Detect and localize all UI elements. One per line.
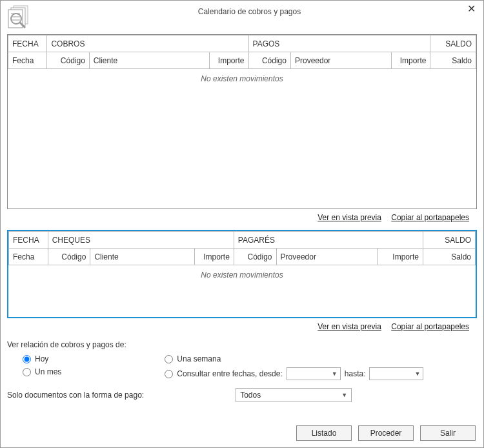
ver-vista-previa-link2[interactable]: Ver en vista previa — [318, 322, 381, 331]
salir-button[interactable]: Salir — [420, 425, 476, 441]
empty-message: No existen movimientos — [8, 69, 476, 88]
col-group-pagares: PAGARÉS — [234, 232, 423, 249]
col-fecha[interactable]: Fecha — [8, 52, 47, 69]
radio-entre-fechas-label[interactable]: Consultar entre fechas, desde: — [177, 369, 282, 378]
listado-button[interactable]: Listado — [296, 425, 352, 441]
col-saldo2[interactable]: Saldo — [423, 249, 476, 265]
col-proveedor[interactable]: Proveedor — [290, 52, 391, 69]
col-saldo[interactable]: Saldo — [430, 52, 476, 69]
col-cliente[interactable]: Cliente — [89, 52, 209, 69]
col-importe-pagares[interactable]: Importe — [378, 249, 423, 265]
col-group-fecha: FECHA — [8, 36, 47, 52]
radio-entre-fechas[interactable] — [165, 370, 173, 378]
cobros-pagos-table: FECHA COBROS PAGOS SALDO Fecha Código Cl… — [7, 34, 477, 209]
col-codigo-cheques[interactable]: Código — [48, 249, 90, 265]
radio-hoy[interactable] — [23, 355, 31, 363]
col-cliente2[interactable]: Cliente — [90, 249, 195, 265]
col-importe-cheques[interactable]: Importe — [195, 249, 234, 265]
col-group-fecha2: FECHA — [9, 232, 48, 249]
fecha-desde-combo[interactable]: ▼ — [287, 367, 341, 380]
forma-pago-value: Todos — [240, 391, 261, 400]
col-group-cobros: COBROS — [47, 36, 248, 52]
chevron-down-icon: ▼ — [415, 371, 421, 377]
cheques-pagares-table: FECHA CHEQUES PAGARÉS SALDO Fecha Código… — [7, 230, 477, 318]
col-group-saldo2: SALDO — [423, 232, 476, 249]
col-codigo-pagares[interactable]: Código — [234, 249, 276, 265]
forma-pago-label: Solo documentos con la forma de pago: — [7, 391, 144, 400]
radio-unmes-label[interactable]: Un mes — [35, 367, 61, 376]
table1-body[interactable] — [8, 88, 476, 209]
empty-message2: No existen movimientos — [8, 265, 476, 285]
ver-vista-previa-link[interactable]: Ver en vista previa — [318, 213, 381, 222]
radio-semana[interactable] — [165, 355, 173, 363]
col-codigo-cobros[interactable]: Código — [47, 52, 89, 69]
fecha-hasta-combo[interactable]: ▼ — [369, 367, 423, 380]
radio-unmes[interactable] — [23, 368, 31, 376]
window-title: Calendario de cobros y pagos — [34, 5, 465, 16]
close-icon[interactable]: ✕ — [465, 5, 478, 14]
col-fecha2[interactable]: Fecha — [9, 249, 48, 265]
col-proveedor2[interactable]: Proveedor — [276, 249, 378, 265]
radio-semana-label[interactable]: Una semana — [177, 354, 221, 363]
forma-pago-combo[interactable]: Todos ▼ — [236, 388, 352, 402]
col-codigo-pagos[interactable]: Código — [248, 52, 290, 69]
copiar-portapapeles-link2[interactable]: Copiar al portapapeles — [391, 322, 469, 331]
table2-body[interactable] — [8, 285, 476, 317]
col-importe-pagos[interactable]: Importe — [392, 52, 430, 69]
radio-hoy-label[interactable]: Hoy — [35, 354, 48, 363]
hasta-label: hasta: — [345, 369, 366, 378]
filters-heading: Ver relación de cobros y pagos de: — [7, 340, 477, 349]
col-group-cheques: CHEQUES — [48, 232, 234, 249]
chevron-down-icon: ▼ — [341, 392, 347, 398]
chevron-down-icon: ▼ — [332, 371, 338, 377]
copiar-portapapeles-link[interactable]: Copiar al portapapeles — [391, 213, 469, 222]
report-icon — [6, 5, 34, 29]
col-group-pagos: PAGOS — [248, 36, 430, 52]
col-importe-cobros[interactable]: Importe — [210, 52, 248, 69]
proceder-button[interactable]: Proceder — [358, 425, 414, 441]
col-group-saldo: SALDO — [430, 36, 476, 52]
